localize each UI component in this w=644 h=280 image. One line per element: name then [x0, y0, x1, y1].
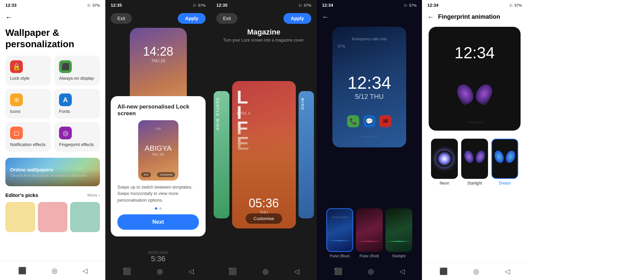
magazine-woman-bg: 05:36 THU — [232, 121, 296, 228]
phone-app-icon: 📞 — [347, 115, 359, 127]
lock-time: 12:34 — [347, 74, 391, 91]
lock-app-icons: 📞 💬 ✉ — [347, 115, 391, 127]
notification-label: Notification effects — [10, 142, 46, 147]
preview-brand-5: MOBIGYAAN — [467, 121, 483, 124]
magazine-carousel: GENTLE WIND L I F E APRIL 6 05:36 THU Cu… — [211, 47, 317, 263]
status-icons-2: ▷ 57% — [194, 3, 206, 7]
lock-screen: Emergency calls only 12:34 5/12 THU 57% … — [332, 27, 406, 147]
grid-item-notification[interactable]: ◻ Notification effects — [5, 122, 51, 152]
preview-date: THU 28 — [130, 59, 187, 63]
bottom-info: MOBIGYAAN 5:36 — [105, 251, 211, 263]
mountain-decoration — [5, 169, 100, 186]
grid-item-fingerprint[interactable]: ◎ Fingerprint effects — [54, 122, 100, 152]
effect-pulse-blue[interactable]: MOBIGYAAN Pulse (Blue) — [326, 208, 353, 258]
top-bar-5: ← Fingerprint animation — [422, 10, 527, 23]
mini-exit-btn: Exit — [141, 172, 151, 177]
panel-fingerprint-animation: 12:34 ▷ 57% ← Fingerprint animation 12:3… — [422, 0, 527, 280]
nav-recents-icon-3[interactable]: ◎ — [263, 267, 268, 275]
magazine-header: Magazine Turn your Lock screen into a ma… — [211, 28, 317, 43]
status-bar-1: 12:33 ▷ 57% — [0, 0, 105, 10]
option-neon[interactable]: Neon — [431, 139, 458, 186]
back-button-5[interactable]: ← — [427, 13, 434, 21]
grid-item-always-on[interactable]: ⬛ Always-on display — [54, 56, 100, 85]
exit-button-3[interactable]: Exit — [216, 13, 237, 24]
mini-exit-label: Exit — [156, 127, 161, 130]
apply-button-3[interactable]: Apply — [283, 13, 311, 24]
status-bar-2: 12:35 ▷ 57% — [105, 0, 211, 10]
swatch-teal[interactable] — [70, 202, 100, 232]
battery-3: 57% — [304, 3, 311, 7]
grid-item-icons[interactable]: ⊞ Icons — [5, 89, 51, 119]
status-bar-4: 12:34 ▷ 57% — [317, 0, 422, 10]
nav-back-icon[interactable]: ◁ — [83, 267, 88, 275]
nav-home-icon-2[interactable]: ⬛ — [123, 267, 131, 275]
notification-icon: ◻ — [10, 127, 23, 139]
sl-left-wing — [463, 149, 475, 164]
nav-recents-icon[interactable]: ◎ — [52, 267, 57, 275]
dream-thumb — [491, 139, 518, 179]
magazine-card-right[interactable]: WIND — [299, 91, 314, 218]
nav-recents-icon-4[interactable]: ◎ — [368, 267, 374, 275]
nav-home-icon-3[interactable]: ⬛ — [228, 267, 237, 275]
page-title-5: Fingerprint animation — [438, 13, 500, 20]
always-on-label: Always-on display — [59, 76, 95, 81]
onboarding-modal: All-new personalised Lock screen Exit AB… — [111, 96, 206, 237]
nav-recents-icon-2[interactable]: ◎ — [157, 267, 163, 275]
modal-description: Swipe up to switch between templates. Sw… — [117, 184, 199, 204]
nav-back-icon-3[interactable]: ◁ — [294, 267, 299, 275]
exit-button-2[interactable]: Exit — [111, 13, 132, 24]
fingerprint-preview: 12:34 MOBIGYAAN — [429, 27, 521, 131]
grid-item-fonts[interactable]: A Fonts — [54, 89, 100, 119]
dot-1 — [155, 207, 157, 210]
status-icons-5: ▷ 57% — [510, 3, 522, 7]
effect-label-starlight: Starlight — [392, 254, 406, 258]
nav-back-icon-4[interactable]: ◁ — [399, 267, 405, 275]
nav-home-icon-4[interactable]: ⬛ — [334, 267, 342, 275]
grid-item-lock-style[interactable]: 🔒 Lock style — [5, 56, 51, 85]
back-button-1[interactable]: ← — [0, 10, 105, 24]
dream-label: Dream — [499, 181, 511, 186]
messages-app-icon: 💬 — [363, 115, 375, 127]
starlight-butterfly — [465, 150, 485, 167]
swatch-yellow[interactable] — [5, 202, 35, 232]
option-dream[interactable]: Dream — [491, 139, 518, 186]
time-1: 12:33 — [5, 3, 16, 8]
battery-icon-3: ▷ — [299, 3, 302, 7]
status-icons-1: ▷ 57% — [88, 3, 100, 7]
nav-back-icon-2[interactable]: ◁ — [189, 267, 194, 275]
battery-icon-5: ▷ — [510, 3, 513, 7]
brand-2: MOBIGYAAN — [105, 251, 211, 255]
back-button-4[interactable]: ← — [322, 13, 329, 21]
neon-thumb — [431, 139, 458, 179]
nav-home-icon-5[interactable]: ⬛ — [439, 267, 448, 275]
magazine-card-main[interactable]: L I F E APRIL 6 05:36 THU Customise — [232, 81, 296, 228]
nav-home-icon[interactable]: ⬛ — [18, 267, 26, 275]
next-button[interactable]: Next — [117, 214, 199, 230]
editors-picks-header: Editor's picks More › — [0, 189, 105, 200]
side-right-text: WIND — [301, 98, 305, 110]
panel-fingerprint-effects: 12:34 ▷ 57% ← Emergency calls only 12:34… — [317, 0, 422, 280]
effect-pulse-red[interactable]: Pulse (Red) — [356, 208, 383, 258]
option-starlight[interactable]: Starlight — [461, 139, 488, 186]
editors-more[interactable]: More › — [87, 193, 100, 198]
effect-thumb-starlight — [385, 208, 412, 252]
customise-button[interactable]: Customise — [246, 213, 282, 224]
nav-recents-icon-5[interactable]: ◎ — [473, 267, 479, 275]
neon-label: Neon — [440, 181, 449, 186]
time-2: 12:35 — [111, 3, 122, 8]
battery-4: 57% — [409, 3, 417, 7]
preview-time-display: 14:28 — [130, 45, 187, 59]
effect-starlight[interactable]: Starlight — [385, 208, 412, 258]
butterfly-right-wing — [473, 81, 495, 106]
apply-button-2[interactable]: Apply — [178, 13, 206, 24]
battery-icon-2: ▷ — [194, 3, 196, 7]
mini-phone-preview: Exit ABIGYA THU 28° Exit Customise — [138, 120, 178, 181]
top-bar-3: Exit Apply — [211, 10, 317, 28]
magazine-card-left[interactable]: GENTLE WIND — [214, 91, 229, 218]
lock-battery: 57% — [338, 44, 345, 48]
nav-back-icon-5[interactable]: ◁ — [505, 267, 510, 275]
status-icons-4: ▷ 57% — [405, 3, 417, 7]
status-bar-3: 12:35 ▷ 57% — [211, 0, 317, 10]
online-wallpapers-banner[interactable]: Online wallpapers Choose from thousands … — [5, 158, 100, 186]
swatch-pink[interactable] — [38, 202, 68, 232]
